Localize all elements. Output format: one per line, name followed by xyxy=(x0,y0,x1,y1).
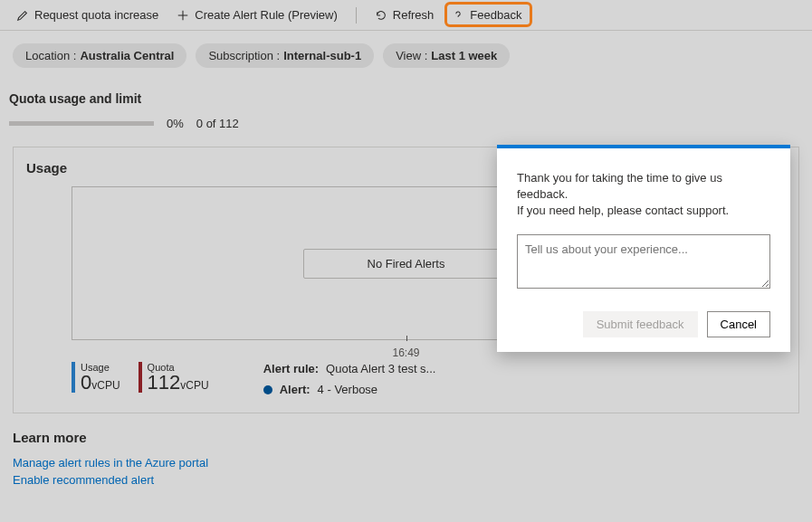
feedback-label: Feedback xyxy=(470,8,521,22)
popup-message: Thank you for taking the time to give us… xyxy=(517,170,770,220)
alert-value: 4 - Verbose xyxy=(318,383,378,396)
refresh-icon xyxy=(375,9,387,22)
quota-stat-value: 112vCPU xyxy=(148,373,209,393)
filter-view-value: Last 1 week xyxy=(431,49,497,62)
toolbar-divider xyxy=(356,7,357,24)
cancel-button[interactable]: Cancel xyxy=(707,311,770,337)
progress-row: 0% 0 of 112 xyxy=(0,111,812,147)
quota-stat-bar xyxy=(139,362,142,393)
learn-link-enable[interactable]: Enable recommended alert xyxy=(13,473,799,487)
section-title: Quota usage and limit xyxy=(0,73,812,111)
feedback-textarea[interactable] xyxy=(517,234,770,289)
progress-percent: 0% xyxy=(167,117,184,130)
x-tick xyxy=(406,336,407,341)
learn-more-title: Learn more xyxy=(13,430,799,445)
submit-feedback-button[interactable]: Submit feedback xyxy=(583,311,698,337)
question-icon xyxy=(452,9,464,22)
toolbar: Request quota increase Create Alert Rule… xyxy=(0,0,812,31)
learn-more-section: Learn more Manage alert rules in the Azu… xyxy=(13,430,799,487)
stats-row: Usage 0vCPU Quota 112vCPU Alert rule: Qu… xyxy=(72,362,786,396)
alert-rule-line: Alert rule: Quota Alert 3 test s... xyxy=(263,362,436,375)
create-alert-label: Create Alert Rule (Preview) xyxy=(195,8,338,22)
filter-location-value: Australia Central xyxy=(80,49,174,62)
no-alerts-pill: No Fired Alerts xyxy=(303,249,510,279)
request-quota-button[interactable]: Request quota increase xyxy=(9,5,166,25)
usage-stat: Usage 0vCPU xyxy=(72,362,120,393)
progress-bar xyxy=(9,121,154,126)
filter-location[interactable]: Location : Australia Central xyxy=(13,43,186,68)
create-alert-button[interactable]: Create Alert Rule (Preview) xyxy=(169,5,345,25)
usage-stat-bar xyxy=(72,362,75,393)
alert-rule-label: Alert rule: xyxy=(263,362,319,375)
plus-icon xyxy=(177,9,189,22)
quota-stat: Quota 112vCPU xyxy=(139,362,209,393)
filter-subscription-label: Subscription : xyxy=(208,49,280,62)
alert-rule-value: Quota Alert 3 test s... xyxy=(326,362,435,375)
refresh-button[interactable]: Refresh xyxy=(368,5,442,25)
request-quota-label: Request quota increase xyxy=(34,8,158,22)
filter-view-label: View : xyxy=(396,49,427,62)
feedback-popup: Thank you for taking the time to give us… xyxy=(497,145,790,352)
filter-location-label: Location : xyxy=(25,49,76,62)
filter-view[interactable]: View : Last 1 week xyxy=(383,43,510,68)
alert-level-line: Alert: 4 - Verbose xyxy=(263,383,436,396)
filter-subscription[interactable]: Subscription : Internal-sub-1 xyxy=(196,43,374,68)
usage-stat-value: 0vCPU xyxy=(81,373,120,393)
x-tick-label: 16:49 xyxy=(392,346,419,359)
learn-link-manage[interactable]: Manage alert rules in the Azure portal xyxy=(13,456,799,470)
filter-subscription-value: Internal-sub-1 xyxy=(283,49,361,62)
pencil-icon xyxy=(16,9,29,22)
alert-info: Alert rule: Quota Alert 3 test s... Aler… xyxy=(263,362,436,396)
alert-label: Alert: xyxy=(280,383,310,396)
filter-row: Location : Australia Central Subscriptio… xyxy=(0,31,812,73)
feedback-button[interactable]: Feedback xyxy=(444,5,529,25)
progress-fraction: 0 of 112 xyxy=(196,117,239,130)
dot-icon xyxy=(263,385,272,394)
refresh-label: Refresh xyxy=(393,8,435,22)
popup-actions: Submit feedback Cancel xyxy=(517,311,770,337)
